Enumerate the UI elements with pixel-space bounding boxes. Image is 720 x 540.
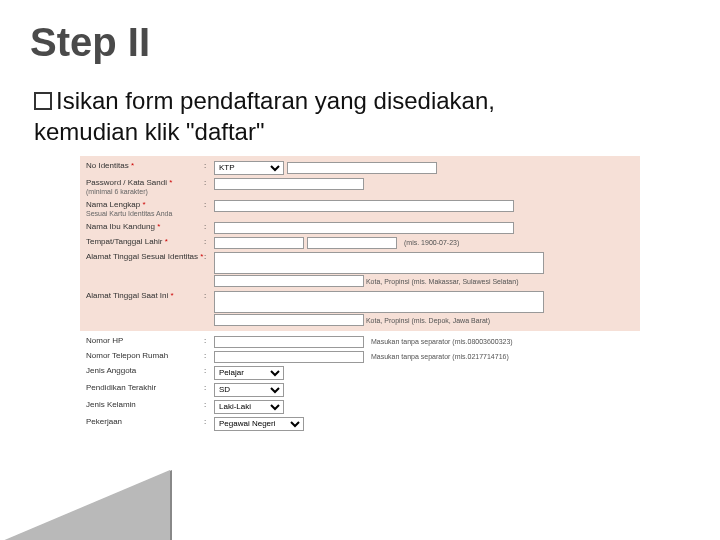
- password-input[interactable]: [214, 178, 364, 190]
- row-jk: Jenis Kelamin : Laki-Laki: [80, 398, 640, 415]
- alamat2-textarea[interactable]: [214, 291, 544, 313]
- form-section-required: No Identitas * : KTP Password / Kata San…: [80, 156, 640, 331]
- row-tlp: Nomor Telepon Rumah : Masukan tanpa sepa…: [80, 349, 640, 364]
- hint-ttl: (mis. 1900-07-23): [404, 239, 459, 246]
- tlp-input[interactable]: [214, 351, 364, 363]
- hint-kota2: Kota, Propinsi (mis. Depok, Jawa Barat): [80, 314, 640, 328]
- label-hp: Nomor HP: [86, 336, 204, 346]
- label-id: No Identitas: [86, 161, 129, 170]
- kota1-input[interactable]: [214, 275, 364, 287]
- slide: Step II Isikan form pendaftaran yang dis…: [0, 0, 720, 540]
- bullet-text: Isikan form pendaftaran yang disediakan,…: [34, 86, 495, 147]
- row-pek: Pekerjaan : Pegawai Negeri: [80, 415, 640, 432]
- label-password: Password / Kata Sandi: [86, 178, 167, 187]
- hint-kota1: Kota, Propinsi (mis. Makassar, Sulawesi …: [80, 275, 640, 289]
- bullet-line2: kemudian klik "daftar": [34, 118, 264, 145]
- row-pend: Pendidikan Terakhir : SD: [80, 381, 640, 398]
- form-section-optional: Nomor HP : Masukan tanpa separator (mis.…: [80, 331, 640, 435]
- row-jenis: Jenis Anggota : Pelajar: [80, 364, 640, 381]
- bullet-line1-pre: Isikan: [56, 87, 119, 114]
- hp-input[interactable]: [214, 336, 364, 348]
- row-alamat-id: Alamat Tinggal Sesuai Identitas * :: [80, 250, 640, 275]
- nama-input[interactable]: [214, 200, 514, 212]
- label-tlp: Nomor Telepon Rumah: [86, 351, 204, 361]
- hint-tlp: Masukan tanpa separator (mis.0217714716): [371, 353, 509, 360]
- label-pek: Pekerjaan: [86, 417, 204, 427]
- label-nama: Nama Lengkap: [86, 200, 140, 209]
- pend-select[interactable]: SD: [214, 383, 284, 397]
- row-nama: Nama Lengkap *Sesuai Kartu Identitas And…: [80, 198, 640, 220]
- bullet-line1-post: form pendaftaran yang disediakan,: [119, 87, 495, 114]
- label-jenis: Jenis Anggota: [86, 366, 204, 376]
- tempat-input[interactable]: [214, 237, 304, 249]
- kota2-input[interactable]: [214, 314, 364, 326]
- row-password: Password / Kata Sandi *(minimal 6 karakt…: [80, 176, 640, 198]
- jenis-select[interactable]: Pelajar: [214, 366, 284, 380]
- label-alamat1: Alamat Tinggal Sesuai Identitas: [86, 252, 198, 261]
- label-ttl: Tempat/Tanggal Lahir: [86, 237, 163, 246]
- label-alamat2: Alamat Tinggal Saat Ini: [86, 291, 168, 300]
- label-jk: Jenis Kelamin: [86, 400, 204, 410]
- bullet-marker: [34, 92, 52, 110]
- row-id: No Identitas * : KTP: [80, 159, 640, 176]
- jk-select[interactable]: Laki-Laki: [214, 400, 284, 414]
- ibu-input[interactable]: [214, 222, 514, 234]
- slide-title: Step II: [30, 20, 150, 65]
- alamat1-textarea[interactable]: [214, 252, 544, 274]
- row-hp: Nomor HP : Masukan tanpa separator (mis.…: [80, 334, 640, 349]
- registration-form: No Identitas * : KTP Password / Kata San…: [80, 156, 640, 435]
- row-alamat-now: Alamat Tinggal Saat Ini * :: [80, 289, 640, 314]
- id-type-select[interactable]: KTP: [214, 161, 284, 175]
- label-pend: Pendidikan Terakhir: [86, 383, 204, 393]
- tanggal-input[interactable]: [307, 237, 397, 249]
- row-ibu: Nama Ibu Kandung * :: [80, 220, 640, 235]
- hint-hp: Masukan tanpa separator (mis.08003600323…: [371, 338, 513, 345]
- row-ttl: Tempat/Tanggal Lahir * : (mis. 1900-07-2…: [80, 235, 640, 250]
- corner-triangle-decoration: [0, 470, 170, 540]
- pek-select[interactable]: Pegawai Negeri: [214, 417, 304, 431]
- id-number-input[interactable]: [287, 162, 437, 174]
- label-ibu: Nama Ibu Kandung: [86, 222, 155, 231]
